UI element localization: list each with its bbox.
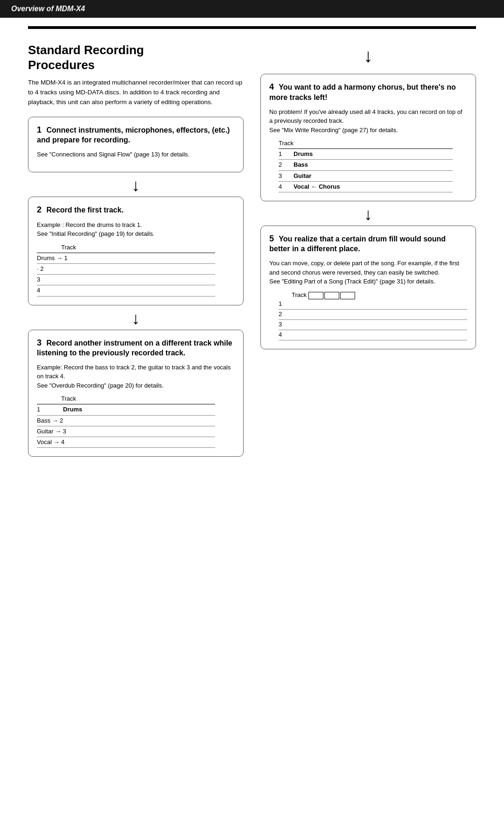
step-2-track-row-2: · 2 [37, 264, 215, 275]
down-arrow-1: ↓ [28, 177, 244, 194]
step-1-header: 1 Connect instruments, microphones, effe… [37, 125, 235, 145]
down-arrow-right: ↓ [260, 206, 476, 223]
step-5-box: 5 You realize that a certain drum fill w… [260, 226, 476, 349]
step-4-track-row-2: 2 Bass [279, 160, 453, 170]
header-bar: Overview of MDM-X4 [0, 0, 504, 18]
step-4-track-header: Track [279, 139, 453, 149]
step-4-box: 4 You want to add a harmony chorus, but … [260, 74, 476, 201]
step-4-track-row-4: 4 Vocal ← Chorus [279, 182, 453, 192]
step-1-box: 1 Connect instruments, microphones, effe… [28, 117, 244, 173]
step-3-track-table: Track 1 Drums Bass → 2 Guitar → 3 [37, 395, 215, 448]
step-5-track-row-1: 1 [279, 299, 467, 310]
right-column: ↓ 4 You want to add a harmony chorus, bu… [260, 38, 476, 461]
step-2-track-row-3: 3 [37, 275, 215, 285]
page-title: Standard Recording Procedures [28, 43, 244, 72]
seg-block-2 [324, 292, 339, 299]
step-4-header: 4 You want to add a harmony chorus, but … [269, 82, 467, 102]
step-5-track-row-4: 4 [279, 330, 467, 340]
step-2-box: 2 Record the first track. Example : Reco… [28, 197, 244, 305]
intro-text: The MDM-X4 is an integrated multichannel… [28, 78, 244, 107]
step-5-desc: You can move, copy, or delete part of th… [269, 259, 467, 286]
step-3-track-row-2: Bass → 2 [37, 416, 215, 426]
step-4-desc: No problem! If you've already used all 4… [269, 107, 467, 135]
step-3-track-header: Track [37, 395, 215, 404]
step-3-box: 3 Record another instrument on a differe… [28, 330, 244, 457]
step-2-track-row-1: Drums → 1 [37, 253, 215, 264]
step-5-track-row-2: 2 [279, 310, 467, 320]
step-5-track-visual: Track 1 2 [279, 291, 467, 340]
step-2-track-row-4: 4 [37, 285, 215, 296]
step-5-track-label: Track [292, 291, 307, 299]
step-2-track-header: Track [37, 243, 215, 253]
step-3-header: 3 Record another instrument on a differe… [37, 338, 235, 358]
step-1-desc: See "Connections and Signal Flow" (page … [37, 150, 235, 159]
step-3-track-row-1: 1 Drums [37, 404, 215, 415]
step-5-track-row-3: 3 [279, 320, 467, 330]
right-col-arrow-top: ↓ [260, 43, 476, 69]
down-arrow-2: ↓ [28, 310, 244, 327]
step-4-track-table: Track 1 Drums 2 Bass 3 Guitar [279, 139, 453, 192]
step-4-track-row-1: 1 Drums [279, 149, 453, 160]
seg-block-1 [308, 292, 323, 299]
header-title: Overview of MDM-X4 [11, 5, 85, 13]
two-col-layout: Standard Recording Procedures The MDM-X4… [28, 38, 476, 461]
step-5-header: 5 You realize that a certain drum fill w… [269, 233, 467, 254]
left-column: Standard Recording Procedures The MDM-X4… [28, 38, 244, 461]
step-3-track-row-4: Vocal → 4 [37, 437, 215, 448]
step-2-desc: Example : Record the drums to track 1. S… [37, 220, 235, 239]
step-2-header: 2 Record the first track. [37, 205, 235, 215]
step-3-desc: Example: Record the bass to track 2, the… [37, 363, 235, 390]
step-4-track-row-3: 3 Guitar [279, 171, 453, 182]
step-2-track-table: Track Drums → 1 · 2 3 [37, 243, 215, 297]
seg-block-3 [340, 292, 355, 299]
page-content: Standard Recording Procedures The MDM-X4… [0, 29, 504, 480]
step-3-track-row-3: Guitar → 3 [37, 426, 215, 437]
